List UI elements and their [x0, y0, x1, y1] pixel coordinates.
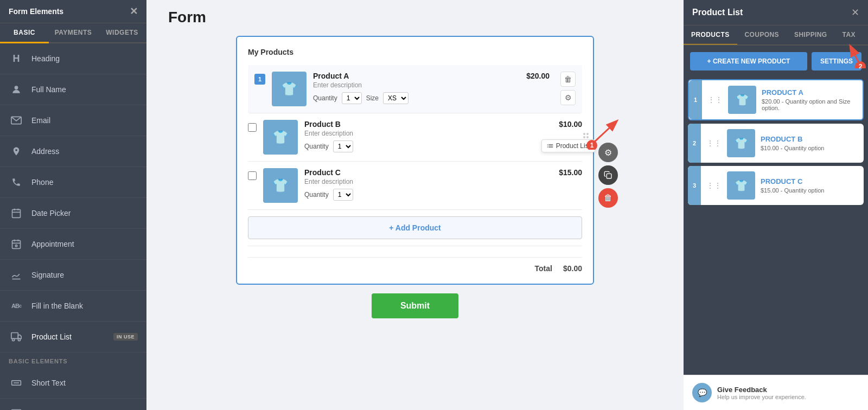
sidebar-item-heading[interactable]: H Heading: [0, 43, 146, 74]
tab-tax[interactable]: TAX: [835, 25, 863, 44]
total-value: $0.00: [563, 264, 582, 273]
quantity-label: Quantity: [304, 143, 329, 150]
product-card: 3 ⋮⋮ 👕 PRODUCT C $15.00 - Quantity optio…: [688, 166, 864, 205]
submit-area: Submit: [236, 293, 594, 318]
tab-products[interactable]: PRODUCTS: [684, 25, 737, 46]
svg-rect-12: [11, 333, 18, 339]
svg-point-14: [18, 338, 20, 341]
sidebar-item-label: Address: [31, 147, 59, 156]
sidebar-item-phone[interactable]: Phone: [0, 167, 146, 198]
sidebar-item-productlist[interactable]: Product List IN USE: [0, 322, 146, 353]
settings-product-button[interactable]: ⚙: [560, 90, 576, 105]
sidebar-close-button[interactable]: ✕: [130, 5, 138, 17]
product-price: $15.00: [559, 168, 582, 177]
phone-icon: [9, 175, 24, 190]
product-cards-list: 1 ⋮⋮ 👕 PRODUCT A $20.00 - Quantity optio…: [684, 77, 868, 375]
left-sidebar: Form Elements ✕ BASIC PAYMENTS WIDGETS H…: [0, 0, 146, 410]
right-panel-close[interactable]: ✕: [851, 7, 859, 18]
right-panel: Product List ✕ PRODUCTS COUPONS SHIPPING…: [684, 0, 868, 410]
product-checkbox[interactable]: [248, 171, 257, 180]
delete-product-button[interactable]: 🗑: [560, 72, 576, 87]
sidebar-item-longtext[interactable]: Long Text: [0, 399, 146, 410]
product-card: 2 ⋮⋮ 👕 PRODUCT B $10.00 - Quantity optio…: [688, 124, 864, 163]
quantity-select[interactable]: 12: [333, 140, 353, 152]
quantity-select[interactable]: 12: [333, 189, 353, 201]
context-menu: Product List ⚙ 🗑: [598, 143, 618, 208]
product-number: 1: [254, 74, 265, 85]
fillblank-icon: ABc: [9, 298, 24, 313]
product-checkbox[interactable]: [248, 123, 257, 132]
card-desc: $15.00 - Quantity option: [761, 187, 858, 194]
svg-rect-21: [607, 174, 611, 178]
sidebar-item-label: Short Text: [31, 379, 66, 387]
svg-point-0: [15, 86, 18, 89]
create-product-button[interactable]: + CREATE NEW PRODUCT: [690, 52, 807, 71]
drag-handle[interactable]: ⋮⋮: [707, 95, 723, 104]
submit-button[interactable]: Submit: [372, 293, 458, 318]
feedback-bar[interactable]: 💬 Give Feedback Help us improve your exp…: [684, 375, 868, 410]
drag-handle[interactable]: ⋮⋮: [706, 181, 722, 190]
svg-rect-2: [12, 209, 21, 217]
sidebar-item-signature[interactable]: Signature: [0, 260, 146, 291]
card-image: 👕: [727, 129, 755, 157]
drag-handle[interactable]: ⋮⋮: [706, 139, 722, 148]
card-image: 👕: [728, 86, 756, 114]
product-options: Quantity 12: [304, 140, 552, 152]
tab-basic[interactable]: BASIC: [0, 23, 49, 43]
quantity-label: Quantity: [313, 94, 337, 102]
panel-settings-button[interactable]: SETTINGS: [812, 52, 861, 71]
widget-duplicate-button[interactable]: [598, 165, 618, 185]
rp-actions: + CREATE NEW PRODUCT SETTINGS 2: [684, 46, 868, 77]
product-actions: 🗑 ⚙: [560, 72, 576, 105]
product-price: $20.00: [526, 72, 550, 80]
sidebar-item-email[interactable]: Email: [0, 105, 146, 136]
add-product-button[interactable]: + Add Product: [248, 216, 582, 239]
widget-title: My Products: [248, 48, 582, 56]
tab-payments[interactable]: PAYMENTS: [49, 23, 98, 42]
product-info: Product B Enter description Quantity 12: [304, 120, 552, 152]
product-price: $10.00: [559, 120, 582, 129]
size-select[interactable]: XSSM: [383, 92, 409, 104]
shorttext-icon: [9, 375, 24, 390]
sidebar-item-label: Signature: [31, 271, 64, 279]
product-options: Quantity 12: [304, 189, 552, 201]
main-content: Form My Products 1 👕 Product A Enter des…: [146, 0, 684, 410]
card-desc: $10.00 - Quantity option: [761, 145, 858, 151]
sidebar-item-label: Fill in the Blank: [31, 302, 83, 310]
card-info: PRODUCT B $10.00 - Quantity option: [761, 135, 858, 151]
product-desc: Enter description: [313, 81, 520, 89]
product-image: 👕: [263, 168, 298, 203]
product-row: 👕 Product B Enter description Quantity 1…: [248, 113, 582, 162]
product-options: Quantity 12 Size XSSM: [313, 92, 520, 104]
sidebar-item-appointment[interactable]: Appointment: [0, 229, 146, 260]
quantity-select[interactable]: 12: [342, 92, 362, 104]
product-row: 👕 Product C Enter description Quantity 1…: [248, 162, 582, 210]
sidebar-item-shorttext[interactable]: Short Text: [0, 368, 146, 399]
sidebar-header: Form Elements ✕: [0, 0, 146, 23]
widget-settings-button[interactable]: ⚙: [598, 143, 618, 162]
form-canvas: My Products 1 👕 Product A Enter descript…: [146, 30, 684, 410]
sidebar-item-label: Date Picker: [31, 209, 71, 217]
feedback-title: Give Feedback: [717, 386, 806, 394]
tab-invoice[interactable]: INVOICE: [863, 25, 868, 44]
card-name: PRODUCT C: [761, 177, 858, 185]
tab-coupons[interactable]: COUPONS: [737, 25, 787, 44]
right-panel-header: Product List ✕: [684, 0, 868, 25]
product-list-tooltip: Product List: [541, 139, 595, 152]
card-info: PRODUCT C $15.00 - Quantity option: [761, 177, 858, 194]
card-info: PRODUCT A $20.00 - Quantity option and S…: [762, 88, 857, 111]
signature-icon: [9, 267, 24, 283]
widget-delete-button[interactable]: 🗑: [598, 188, 618, 208]
fullname-icon: [9, 82, 24, 97]
sidebar-item-datepicker[interactable]: Date Picker: [0, 198, 146, 229]
product-name: Product A: [313, 72, 520, 80]
sidebar-items-list: H Heading Full Name Email Address Phon: [0, 43, 146, 410]
sidebar-item-fillblank[interactable]: ABc Fill in the Blank: [0, 291, 146, 322]
sidebar-item-fullname[interactable]: Full Name: [0, 74, 146, 105]
sidebar-item-address[interactable]: Address: [0, 136, 146, 167]
tab-widgets[interactable]: WIDGETS: [98, 23, 146, 42]
tab-shipping[interactable]: SHIPPING: [787, 25, 835, 44]
quantity-label: Quantity: [304, 191, 329, 198]
svg-line-22: [592, 121, 616, 144]
feedback-icon: 💬: [692, 383, 712, 402]
